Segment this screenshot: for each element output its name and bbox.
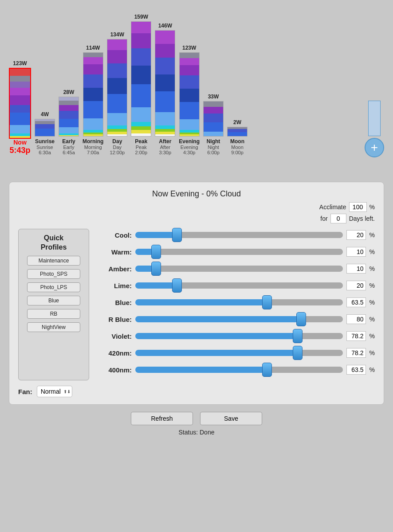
slider-label-7: 420nm: (96, 349, 132, 357)
slider-value-input-4[interactable] (346, 297, 366, 307)
save-button[interactable]: Save (200, 412, 262, 425)
now-time: 5:43p (9, 146, 30, 155)
quick-profiles-box: QuickProfiles MaintenancePhoto_SPSPhoto_… (18, 229, 89, 380)
slider-value-input-0[interactable] (346, 230, 366, 240)
slider-track-5[interactable] (135, 316, 343, 322)
profile-btn-blue[interactable]: Blue (27, 296, 80, 305)
slider-thumb-0[interactable] (172, 228, 182, 242)
profile-btn-maintenance[interactable]: Maintenance (27, 256, 80, 266)
bar-group-peak[interactable]: 159WPeakPeak2:00p (131, 14, 151, 155)
slider-label-3: Lime: (96, 282, 132, 289)
slider-track-container-3[interactable] (135, 279, 343, 292)
fan-select[interactable]: NormalLowHighAuto (37, 386, 72, 397)
slider-value-input-6[interactable] (346, 331, 366, 341)
bar-group-evening[interactable]: 123WEveningEvening4:30p (179, 45, 200, 155)
slider-thumb-5[interactable] (296, 312, 306, 326)
bar-group-morning[interactable]: 114WMorningMorning7:00a (83, 45, 103, 155)
slider-value-input-3[interactable] (346, 281, 366, 290)
slider-track-container-2[interactable] (135, 262, 343, 275)
slider-thumb-2[interactable] (151, 262, 161, 276)
slider-track-container-7[interactable] (135, 347, 343, 359)
acclimate-input[interactable] (349, 202, 367, 212)
slider-value-input-5[interactable] (346, 314, 366, 324)
slider-track-container-0[interactable] (135, 229, 343, 241)
slider-track-container-4[interactable] (135, 296, 343, 309)
slider-thumb-8[interactable] (262, 363, 272, 377)
slider-track-4[interactable] (135, 299, 343, 305)
bar-group-now[interactable]: 123WNow5:43p (9, 60, 31, 155)
slider-track-container-5[interactable] (135, 313, 343, 325)
bar-time-sunrise: 6:30a (39, 150, 51, 155)
slider-track-container-1[interactable] (135, 246, 343, 258)
bar-subname-day: Day (113, 145, 122, 150)
slider-label-2: Amber: (96, 265, 132, 273)
slider-pct-label-4: % (369, 299, 375, 306)
bar-group-moon[interactable]: 2WMoonMoon9:00p (227, 119, 248, 155)
bar-subname-night: Night (208, 145, 219, 150)
bar-label-top-morning: 114W (86, 45, 100, 51)
profile-btn-photo-lps[interactable]: Photo_LPS (27, 282, 80, 292)
bar-group-early[interactable]: 28WEarlyEarly6:45a (59, 89, 79, 155)
days-input[interactable] (330, 214, 346, 223)
slider-row-5: R Blue:% (96, 313, 375, 325)
slider-row-0: Cool:% (96, 229, 375, 241)
moon-mini-bar (368, 101, 381, 136)
refresh-button[interactable]: Refresh (131, 412, 193, 425)
bar-group-day[interactable]: 134WDayDay12:00p (107, 31, 127, 155)
bar-subname-peak: Peak (136, 145, 147, 150)
bar-day[interactable] (107, 39, 127, 137)
slider-value-input-1[interactable] (346, 247, 366, 257)
slider-row-2: Amber:% (96, 262, 375, 275)
slider-thumb-4[interactable] (262, 295, 272, 309)
bar-sunrise[interactable] (35, 119, 55, 137)
bottom-area: Refresh Save Status: Done (0, 405, 393, 439)
slider-track-container-6[interactable] (135, 330, 343, 342)
slider-value-input-7[interactable] (346, 348, 366, 358)
bar-time-night: 6:00p (207, 150, 220, 155)
slider-value-input-2[interactable] (346, 264, 366, 274)
slider-thumb-7[interactable] (293, 346, 303, 360)
slider-label-8: 400nm: (96, 366, 132, 374)
slider-thumb-6[interactable] (293, 329, 303, 343)
profile-btn-photo-sps[interactable]: Photo_SPS (27, 269, 80, 279)
slider-track-1[interactable] (135, 249, 343, 255)
bar-early[interactable] (59, 97, 79, 137)
bar-name-day: Day (112, 138, 122, 145)
bar-subname-early: Early (63, 145, 74, 150)
slider-track-3[interactable] (135, 282, 343, 289)
slider-value-input-8[interactable] (346, 365, 366, 375)
bar-name-peak: Peak (135, 138, 147, 145)
bar-night[interactable] (203, 101, 224, 137)
slider-label-5: R Blue: (96, 316, 132, 323)
slider-row-6: Violet:% (96, 330, 375, 342)
slider-pct-label-3: % (369, 282, 375, 289)
bar-time-evening: 4:30p (183, 150, 196, 155)
bar-group-night[interactable]: 33WNightNight6:00p (203, 94, 224, 155)
slider-pct-label-1: % (369, 248, 375, 255)
slider-track-8[interactable] (135, 367, 343, 373)
bar-group-after[interactable]: 146WAfterAfter3:30p (155, 23, 175, 155)
slider-track-7[interactable] (135, 350, 343, 356)
bar-label-top-evening: 123W (182, 45, 196, 51)
bar-moon[interactable] (227, 127, 248, 137)
bar-subname-morning: Morning (84, 145, 102, 150)
profile-btn-rb[interactable]: RB (27, 309, 80, 319)
slider-track-0[interactable] (135, 232, 343, 238)
bar-group-sunrise[interactable]: 4WSunriseSunrise6:30a (35, 111, 55, 155)
slider-thumb-3[interactable] (172, 278, 182, 293)
slider-label-0: Cool: (96, 231, 132, 239)
slider-pct-label-2: % (369, 265, 375, 272)
bar-morning[interactable] (83, 52, 103, 137)
slider-track-6[interactable] (135, 333, 343, 339)
slider-track-container-8[interactable] (135, 364, 343, 376)
add-profile-button[interactable]: + (365, 138, 384, 157)
profile-btn-nightview[interactable]: NightView (27, 322, 80, 332)
bar-after[interactable] (155, 30, 175, 137)
slider-row-4: Blue:% (96, 296, 375, 309)
bar-now[interactable] (9, 68, 31, 139)
bar-evening[interactable] (179, 52, 200, 137)
slider-track-2[interactable] (135, 266, 343, 272)
main-panel: Now Evening - 0% Cloud Acclimate % for D… (9, 182, 384, 405)
slider-thumb-1[interactable] (151, 245, 161, 259)
bar-peak[interactable] (131, 21, 151, 137)
